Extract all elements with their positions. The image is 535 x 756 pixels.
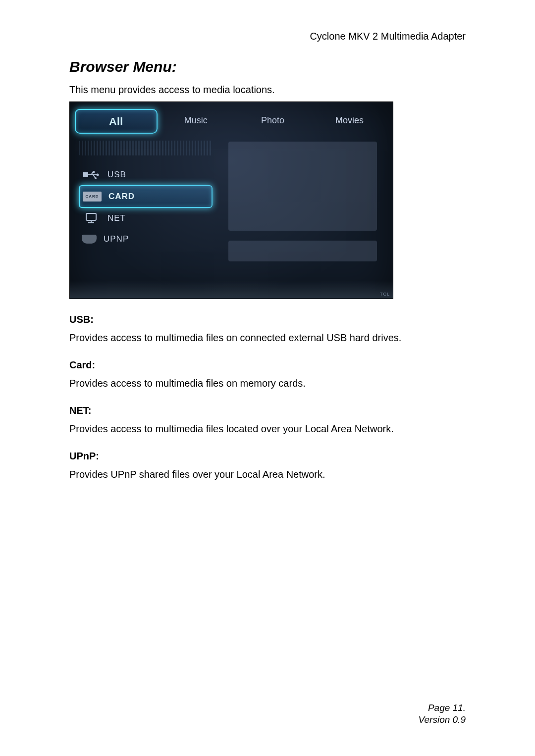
heading-net: NET: bbox=[69, 405, 466, 416]
net-icon bbox=[82, 212, 101, 224]
source-item-card[interactable]: CARD CARD bbox=[79, 185, 213, 208]
tab-bar: All Music Photo Movies bbox=[75, 109, 388, 132]
svg-point-6 bbox=[95, 177, 97, 179]
source-item-usb[interactable]: USB bbox=[79, 164, 213, 185]
page-footer: Page 11. Version 0.9 bbox=[419, 702, 466, 726]
decorative-bar bbox=[79, 141, 213, 155]
card-icon: CARD bbox=[83, 192, 102, 202]
heading-upnp: UPnP: bbox=[69, 451, 466, 462]
tab-movies[interactable]: Movies bbox=[311, 109, 388, 132]
section-title: Browser Menu: bbox=[69, 58, 466, 75]
body-usb: Provides access to multimedia files on c… bbox=[69, 331, 466, 345]
tab-photo[interactable]: Photo bbox=[234, 109, 311, 132]
body-upnp: Provides UPnP shared files over your Loc… bbox=[69, 468, 466, 481]
svg-rect-7 bbox=[86, 213, 96, 220]
source-label: UPNP bbox=[104, 234, 129, 244]
tab-label: All bbox=[109, 115, 123, 127]
header-product-name: Cyclone MKV 2 Multimedia Adapter bbox=[310, 31, 466, 42]
intro-text: This menu provides access to media locat… bbox=[69, 83, 466, 97]
preview-info-bar bbox=[228, 241, 377, 261]
svg-point-2 bbox=[97, 174, 99, 176]
source-label: USB bbox=[107, 170, 126, 180]
source-list: USB CARD CARD NET UPNP bbox=[79, 164, 213, 250]
body-card: Provides access to multimedia files on m… bbox=[69, 377, 466, 390]
body-net: Provides access to multimedia files loca… bbox=[69, 422, 466, 436]
source-label: NET bbox=[107, 213, 126, 223]
document-page: Cyclone MKV 2 Multimedia Adapter Browser… bbox=[0, 0, 535, 756]
tab-music[interactable]: Music bbox=[158, 109, 234, 132]
source-item-net[interactable]: NET bbox=[79, 208, 213, 229]
usb-icon bbox=[82, 169, 101, 181]
source-item-upnp[interactable]: UPNP bbox=[79, 229, 213, 250]
browser-menu-screenshot: All Music Photo Movies bbox=[69, 101, 393, 299]
preview-pane bbox=[228, 142, 377, 231]
source-label: CARD bbox=[108, 192, 135, 202]
tv-brand-mark: TCL bbox=[380, 292, 390, 297]
tv-reflection bbox=[70, 281, 393, 299]
svg-rect-4 bbox=[93, 171, 95, 173]
footer-version: Version 0.9 bbox=[419, 714, 466, 726]
heading-card: Card: bbox=[69, 359, 466, 371]
disk-icon bbox=[82, 235, 97, 244]
heading-usb: USB: bbox=[69, 314, 466, 325]
tab-label: Photo bbox=[261, 115, 284, 126]
tab-label: Movies bbox=[335, 115, 364, 126]
tab-label: Music bbox=[184, 115, 208, 126]
footer-page: Page 11. bbox=[419, 702, 466, 714]
tab-all[interactable]: All bbox=[75, 109, 158, 134]
svg-rect-0 bbox=[83, 172, 88, 177]
